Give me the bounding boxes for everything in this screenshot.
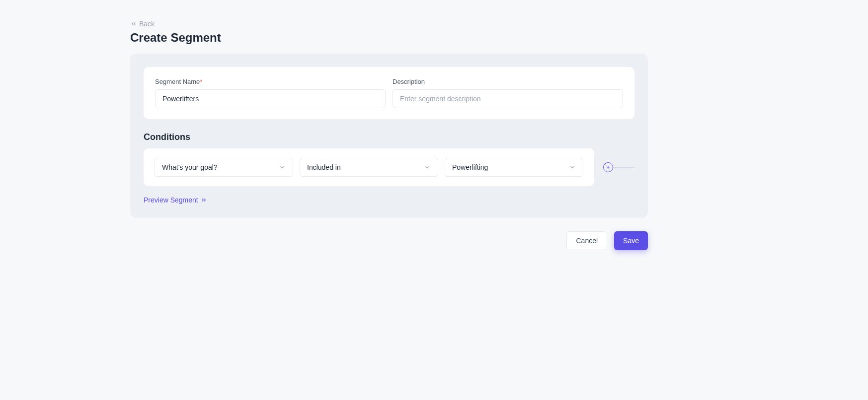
preview-segment-label: Preview Segment (144, 196, 198, 204)
condition-field-select[interactable]: What's your goal? (155, 158, 293, 177)
required-star: * (200, 78, 202, 85)
chevrons-left-icon (130, 20, 137, 27)
page-title: Create Segment (130, 31, 648, 45)
form-panel: Segment Name* Description Conditions Wha… (130, 54, 648, 218)
footer-buttons: Cancel Save (130, 231, 648, 250)
condition-operator-value: Included in (307, 163, 341, 171)
chevron-down-icon (424, 164, 431, 171)
condition-operator-select[interactable]: Included in (300, 158, 438, 177)
plus-icon (606, 165, 611, 170)
segment-name-input[interactable] (155, 89, 386, 108)
chevron-down-icon (279, 164, 286, 171)
description-input[interactable] (393, 89, 623, 108)
condition-value-select[interactable]: Powerlifting (445, 158, 583, 177)
conditions-title: Conditions (144, 132, 634, 142)
add-condition-button[interactable] (603, 162, 613, 172)
condition-row: What's your goal? Included in Powerlifti… (144, 148, 594, 186)
chevron-down-icon (569, 164, 576, 171)
cancel-button[interactable]: Cancel (566, 231, 607, 250)
segment-name-label: Segment Name* (155, 78, 386, 85)
preview-segment-link[interactable]: Preview Segment (144, 196, 207, 204)
back-link[interactable]: Back (130, 20, 155, 28)
connector-line (613, 167, 634, 168)
back-link-label: Back (139, 20, 155, 28)
description-label: Description (393, 78, 623, 85)
condition-value-value: Powerlifting (452, 163, 488, 171)
condition-field-value: What's your goal? (162, 163, 218, 171)
save-button[interactable]: Save (614, 231, 648, 250)
name-description-card: Segment Name* Description (144, 67, 634, 119)
chevrons-right-icon (200, 197, 207, 203)
